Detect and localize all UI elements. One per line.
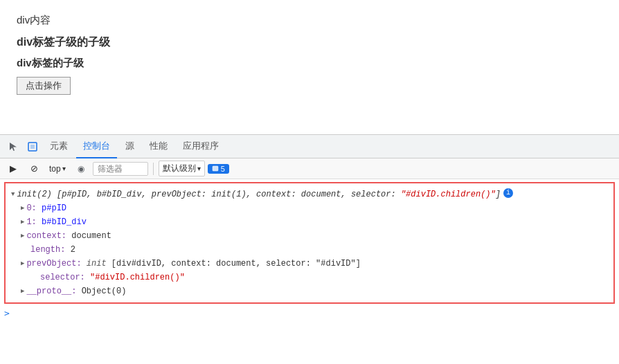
separator xyxy=(153,163,154,175)
item-toggle-proto[interactable] xyxy=(21,285,24,298)
preview-text-3: div标签的子级 xyxy=(17,57,602,70)
message-count-badge: 5 xyxy=(208,164,229,174)
console-main-text: init(2) [p#pID, b#bID_div, prevObject: i… xyxy=(17,188,501,201)
tab-performance[interactable]: 性能 xyxy=(143,135,174,158)
console-item-context[interactable]: context: document xyxy=(11,229,608,243)
prompt-symbol: > xyxy=(4,308,10,318)
chevron-down-icon: ▾ xyxy=(197,165,201,172)
cursor-icon-btn[interactable] xyxy=(4,138,22,156)
message-icon xyxy=(212,165,219,172)
svg-rect-2 xyxy=(213,166,218,171)
item-toggle-0[interactable] xyxy=(21,202,24,215)
tab-sources[interactable]: 源 xyxy=(118,135,141,158)
expand-toggle[interactable] xyxy=(11,188,15,201)
run-button[interactable]: ▶ xyxy=(4,160,22,178)
devtools-tabbar: 元素 控制台 源 性能 应用程序 xyxy=(0,135,619,158)
item-toggle-1[interactable] xyxy=(21,216,24,228)
log-level-dropdown[interactable]: 默认级别 ▾ xyxy=(159,161,205,176)
eye-icon-btn[interactable]: ◉ xyxy=(72,160,90,178)
console-output: init(2) [p#pID, b#bID_div, prevObject: i… xyxy=(4,182,615,304)
item-toggle-prevobj[interactable] xyxy=(21,257,24,270)
console-toolbar: ▶ ⊘ top ▾ ◉ 默认级别 ▾ 5 xyxy=(0,158,619,179)
console-item-prevobject[interactable]: prevObject: init [div#divID, context: do… xyxy=(11,257,608,271)
svg-rect-1 xyxy=(30,145,35,149)
tab-elements[interactable]: 元素 xyxy=(43,135,75,158)
item-toggle-context[interactable] xyxy=(21,230,24,242)
preview-text-2: div标签子级的子级 xyxy=(17,35,602,50)
console-prompt[interactable]: > xyxy=(0,307,619,320)
chevron-down-icon: ▾ xyxy=(62,165,66,172)
preview-area: div内容 div标签子级的子级 div标签的子级 点击操作 xyxy=(0,0,619,135)
tab-console[interactable]: 控制台 xyxy=(76,135,117,158)
box-inspect-icon-btn[interactable] xyxy=(24,138,42,156)
info-icon: i xyxy=(503,188,513,198)
console-main-line[interactable]: init(2) [p#pID, b#bID_div, prevObject: i… xyxy=(11,188,608,201)
console-item-1[interactable]: 1: b#bID_div xyxy=(11,215,608,229)
console-item-0[interactable]: 0: p#pID xyxy=(11,201,608,215)
block-button[interactable]: ⊘ xyxy=(25,160,43,178)
console-item-selector: selector: "#divID.children()" xyxy=(11,271,608,284)
console-item-proto[interactable]: __proto__: Object(0) xyxy=(11,284,608,298)
top-dropdown[interactable]: top ▾ xyxy=(46,163,69,175)
console-item-length: length: 2 xyxy=(11,243,608,257)
click-action-button[interactable]: 点击操作 xyxy=(17,77,71,95)
filter-input[interactable] xyxy=(93,162,148,176)
tab-application[interactable]: 应用程序 xyxy=(176,135,226,158)
preview-text-1: div内容 xyxy=(17,14,602,27)
